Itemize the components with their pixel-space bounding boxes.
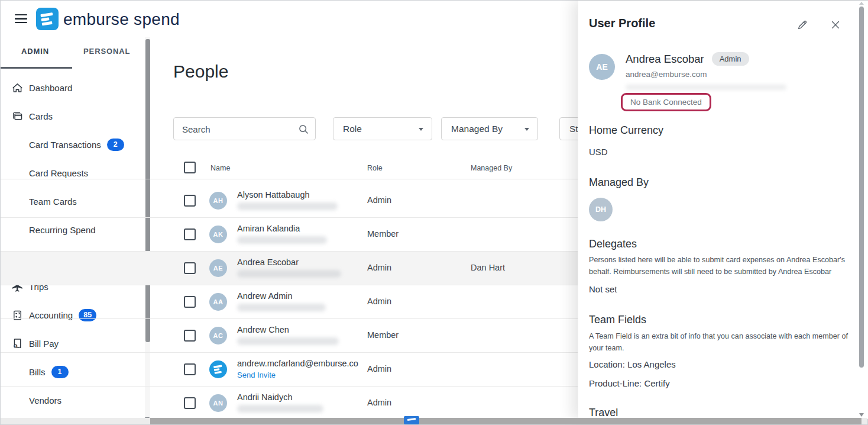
row-checkbox[interactable] bbox=[184, 330, 196, 342]
scroll-down-arrow-icon[interactable] bbox=[859, 413, 864, 417]
avatar: AA bbox=[209, 293, 227, 311]
close-icon[interactable] bbox=[830, 19, 841, 31]
home-currency-value: USD bbox=[589, 147, 608, 157]
avatar: AK bbox=[209, 226, 227, 243]
manager-avatar: DH bbox=[589, 198, 613, 221]
sidebar-tabs: ADMIN PERSONAL bbox=[1, 37, 145, 69]
row-checkbox[interactable] bbox=[184, 363, 196, 375]
managed-by-heading: Managed By bbox=[589, 176, 649, 189]
avatar: AC bbox=[209, 327, 227, 344]
managed-by-filter-dropdown[interactable]: Managed By bbox=[441, 117, 538, 140]
team-field-product-line: Product-Line: Certify bbox=[589, 378, 670, 388]
home-currency-heading: Home Currency bbox=[589, 124, 663, 137]
profile-avatar: AE bbox=[589, 54, 615, 80]
blurred-detail bbox=[626, 85, 786, 90]
row-checkbox[interactable] bbox=[184, 397, 196, 409]
brand-title: emburse spend bbox=[63, 10, 180, 29]
panel-scrollbar[interactable] bbox=[859, 1, 864, 419]
send-invite-link[interactable]: Send Invite bbox=[237, 371, 276, 379]
travel-heading: Travel bbox=[589, 407, 618, 419]
emburse-logo-avatar bbox=[209, 360, 227, 378]
avatar: AN bbox=[209, 394, 227, 412]
search-input[interactable] bbox=[181, 118, 296, 141]
tab-admin[interactable]: ADMIN bbox=[21, 47, 49, 56]
page-title: People bbox=[173, 62, 228, 82]
edit-pencil-icon[interactable] bbox=[796, 19, 808, 31]
avatar: AE bbox=[209, 259, 227, 277]
chevron-down-icon bbox=[524, 128, 529, 131]
emburse-logo-icon bbox=[404, 416, 419, 424]
select-all-checkbox[interactable] bbox=[184, 162, 196, 173]
blurred-email bbox=[237, 270, 341, 278]
cards-icon bbox=[11, 110, 24, 123]
team-fields-description: A Team Field is an extra bit of info tha… bbox=[589, 330, 853, 354]
horizontal-scrollbar[interactable] bbox=[1, 418, 867, 424]
blurred-email bbox=[237, 304, 326, 311]
blurred-email bbox=[237, 337, 339, 345]
row-checkbox[interactable] bbox=[184, 296, 196, 308]
search-box bbox=[173, 117, 316, 140]
team-fields-heading: Team Fields bbox=[589, 314, 646, 326]
profile-email: andrea@emburse.com bbox=[626, 70, 707, 79]
tab-personal[interactable]: PERSONAL bbox=[83, 47, 130, 56]
profile-name: Andrea Escobar bbox=[626, 53, 704, 66]
sidebar-item-dashboard[interactable]: Dashboard bbox=[1, 73, 145, 102]
active-tab-underline bbox=[1, 67, 72, 69]
blurred-email bbox=[237, 202, 338, 210]
panel-title: User Profile bbox=[589, 17, 655, 30]
delegates-heading: Delegates bbox=[589, 238, 637, 250]
row-checkbox[interactable] bbox=[184, 195, 196, 207]
sidebar-item-card-transactions[interactable]: Card Transactions 2 bbox=[1, 130, 145, 159]
team-field-location: Location: Los Angeles bbox=[589, 359, 676, 369]
app-window: emburse spend ADMIN PERSONAL Dashboard C… bbox=[0, 0, 868, 425]
delegates-description: Persons listed here will be able to subm… bbox=[589, 254, 853, 278]
menu-icon[interactable] bbox=[15, 14, 27, 24]
chevron-down-icon bbox=[419, 128, 423, 131]
row-checkbox[interactable] bbox=[184, 228, 196, 240]
panel-scrollbar-thumb[interactable] bbox=[859, 7, 864, 368]
avatar: AH bbox=[209, 192, 227, 210]
delegates-value: Not set bbox=[589, 284, 617, 294]
role-filter-dropdown[interactable]: Role bbox=[333, 117, 432, 140]
user-profile-panel: User Profile AE Andrea Escobar Admin and… bbox=[578, 1, 868, 419]
sidebar-item-cards[interactable]: Cards bbox=[1, 102, 145, 130]
bank-status-badge: No Bank Connected bbox=[621, 93, 711, 111]
role-badge: Admin bbox=[712, 52, 749, 66]
blurred-email bbox=[237, 236, 327, 244]
row-checkbox[interactable] bbox=[184, 262, 196, 274]
count-badge: 2 bbox=[107, 139, 124, 151]
horizontal-scrollbar-thumb[interactable] bbox=[150, 418, 861, 424]
blurred-email bbox=[237, 405, 323, 413]
home-icon bbox=[11, 82, 24, 94]
search-icon bbox=[297, 123, 309, 135]
scroll-up-arrow-icon[interactable] bbox=[859, 2, 864, 5]
emburse-logo-icon bbox=[36, 8, 59, 30]
